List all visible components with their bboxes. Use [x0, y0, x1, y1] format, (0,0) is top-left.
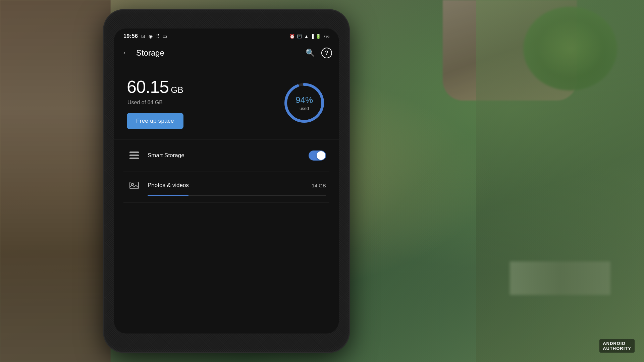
content-area: 60.15 GB Used of 64 GB Free up space — [114, 63, 339, 209]
back-button[interactable]: ← — [121, 47, 133, 59]
watermark-line1: ANDROID — [603, 341, 626, 346]
bg-fence — [510, 261, 610, 295]
storage-unit: GB — [171, 85, 183, 95]
help-icon[interactable]: ? — [321, 48, 332, 58]
search-icon[interactable]: 🔍 — [304, 47, 316, 59]
photos-icon — [127, 178, 142, 193]
status-time: 19:56 — [123, 33, 138, 39]
watermark-line2: AUTHORITY — [603, 346, 631, 351]
screen-icon: ▭ — [163, 34, 167, 39]
status-bar-left: 19:56 ⊡ ◉ ⠿ ▭ — [123, 33, 167, 39]
smart-storage-title: Smart Storage — [148, 152, 303, 159]
svg-rect-1 — [129, 152, 139, 153]
alarm-icon: ⏰ — [289, 34, 295, 39]
storage-info: 60.15 GB Used of 64 GB Free up space — [127, 77, 183, 129]
storage-amount: 60.15 GB — [127, 77, 183, 97]
status-bar-right: ⏰ 📳 ▲ ▐ 🔋 7% — [289, 34, 329, 39]
audio-wave-icon: ⠿ — [156, 34, 159, 39]
photos-size: 14 GB — [312, 183, 326, 188]
storage-number: 60.15 — [127, 77, 169, 97]
photos-progress-bar — [148, 195, 326, 196]
app-bar: ← Storage 🔍 ? — [114, 43, 339, 63]
vertical-divider — [303, 145, 303, 166]
smart-storage-toggle[interactable] — [309, 150, 326, 161]
photos-right: 14 GB — [312, 183, 326, 188]
phone-device: 19:56 ⊡ ◉ ⠿ ▭ ⏰ 📳 ▲ ▐ 🔋 7% ← Stor — [104, 10, 349, 352]
app-bar-actions: 🔍 ? — [304, 47, 332, 59]
storage-summary: 60.15 GB Used of 64 GB Free up space — [123, 70, 329, 139]
photos-progress-fill — [148, 195, 189, 196]
circle-label: used — [300, 106, 309, 111]
svg-rect-3 — [129, 158, 139, 159]
cast-icon: ⊡ — [141, 34, 145, 39]
location-icon: ◉ — [149, 34, 153, 39]
battery-percent: 7% — [323, 34, 329, 39]
app-title: Storage — [136, 48, 304, 58]
watermark: ANDROID AUTHORITY — [599, 339, 635, 353]
status-bar: 19:56 ⊡ ◉ ⠿ ▭ ⏰ 📳 ▲ ▐ 🔋 7% — [114, 28, 339, 43]
photos-content: Photos & videos — [148, 182, 312, 189]
wifi-icon: ▲ — [304, 34, 309, 39]
storage-used-of: Used of 64 GB — [127, 100, 183, 106]
toggle-thumb — [317, 151, 325, 160]
free-up-space-button[interactable]: Free up space — [127, 113, 183, 129]
smart-storage-icon — [127, 148, 142, 163]
storage-circle-progress: 94% used — [282, 81, 326, 125]
bg-left-texture — [0, 0, 111, 362]
photos-title: Photos & videos — [148, 182, 312, 189]
smart-storage-content: Smart Storage — [148, 152, 303, 159]
signal-icon: ▐ — [311, 34, 314, 39]
toggle-track — [309, 150, 326, 161]
circle-center: 94% used — [282, 81, 326, 125]
circle-percent: 94% — [296, 95, 313, 105]
vibrate-icon: 📳 — [297, 34, 302, 39]
photos-videos-item[interactable]: Photos & videos 14 GB — [123, 172, 329, 202]
svg-rect-4 — [130, 182, 139, 189]
bg-right — [476, 0, 644, 362]
phone-screen: 19:56 ⊡ ◉ ⠿ ▭ ⏰ 📳 ▲ ▐ 🔋 7% ← Stor — [114, 28, 339, 334]
battery-icon: 🔋 — [316, 34, 321, 39]
phone-case: 19:56 ⊡ ◉ ⠿ ▭ ⏰ 📳 ▲ ▐ 🔋 7% ← Stor — [104, 10, 349, 352]
svg-rect-2 — [129, 155, 139, 156]
smart-storage-item[interactable]: Smart Storage — [123, 139, 329, 172]
